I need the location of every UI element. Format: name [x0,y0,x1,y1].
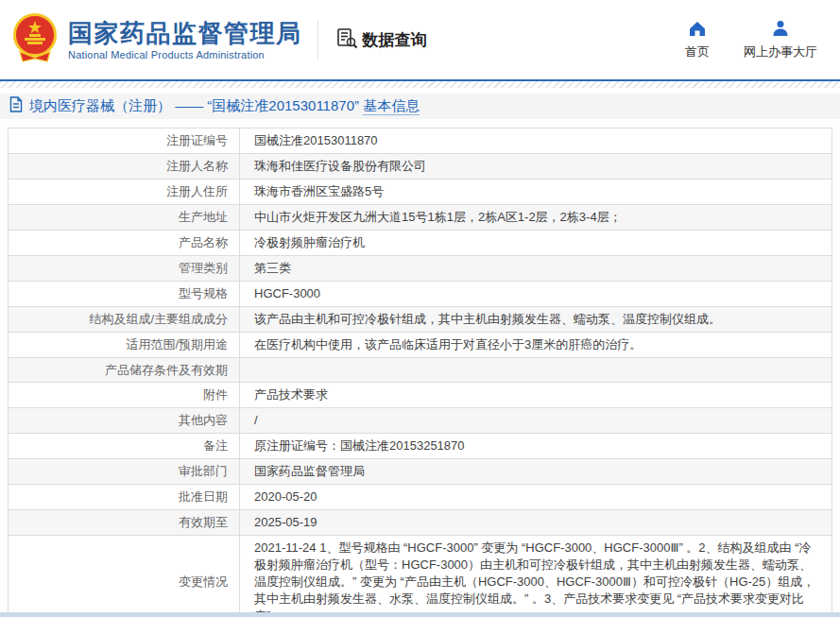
document-icon [9,96,23,116]
table-row: 生产地址中山市火炬开发区九洲大道15号1栋1层，2栋A区1-2层，2栋3-4层； [9,205,831,231]
bottom-strip [0,612,840,617]
page-header: 国家药品监督管理局 National Medical Products Admi… [0,0,840,79]
data-query-label: 数据查询 [363,29,427,51]
row-value: 2021-11-24 1、型号规格由 “HGCF-3000” 变更为 “HGCF… [240,536,831,617]
row-value: 国械注准20153011870 [240,129,831,153]
row-label: 有效期至 [9,510,240,535]
table-row: 有效期至2025-05-19 [9,510,831,536]
breadcrumb-suffix[interactable]: 基本信息 [363,97,420,115]
row-value: 冷极射频肿瘤治疗机 [240,231,831,255]
national-emblem-icon [11,12,59,67]
org-name-en: National Medical Products Administration [68,49,302,60]
data-query-section[interactable]: 数据查询 [335,26,427,54]
row-label: 备注 [9,434,240,458]
breadcrumb-text: 境内医疗器械（注册） —— “国械注准20153011870” 基本信息 [29,97,420,115]
table-row: 产品名称冷极射频肿瘤治疗机 [9,231,831,256]
header-nav: 首页 网上办事大厅 [685,20,817,60]
nav-item-service-hall[interactable]: 网上办事大厅 [744,20,817,60]
table-row: 注册人名称珠海和佳医疗设备股份有限公司 [9,154,831,180]
row-label: 附件 [9,383,240,407]
table-row: 型号规格HGCF-3000 [9,282,831,307]
row-label: 其他内容 [9,408,240,433]
person-icon [772,20,789,40]
row-label: 产品名称 [9,231,240,255]
table-row: 管理类别第三类 [9,256,831,282]
table-row: 审批部门国家药品监督管理局 [9,459,831,485]
row-value: 在医疗机构中使用，该产品临床适用于对直径小于3厘米的肝癌的治疗。 [240,333,831,357]
row-label: 型号规格 [9,282,240,306]
table-row: 注册证编号国械注准20153011870 [9,129,831,154]
row-value: 中山市火炬开发区九洲大道15号1栋1层，2栋A区1-2层，2栋3-4层； [240,205,831,230]
row-label: 注册人住所 [9,180,240,204]
nav-item-home[interactable]: 首页 [685,20,710,60]
table-row: 备注原注册证编号：国械注准20153251870 [9,434,831,459]
brand: 国家药品监督管理局 National Medical Products Admi… [11,12,302,67]
table-row: 附件产品技术要求 [9,383,831,408]
row-label: 变更情况 [9,536,240,617]
row-label: 管理类别 [9,256,240,281]
org-name-cn: 国家药品监督管理局 [68,19,302,47]
row-value [240,358,831,382]
table-row: 结构及组成/主要组成成分该产品由主机和可控冷极针组成，其中主机由射频发生器、蠕动… [9,307,831,333]
home-icon [688,20,707,40]
breadcrumb: 境内医疗器械（注册） —— “国械注准20153011870” 基本信息 [0,94,840,119]
row-label: 注册人名称 [9,154,240,179]
row-value: / [240,408,831,433]
brand-text: 国家药品监督管理局 National Medical Products Admi… [68,19,302,60]
row-value: 2025-05-19 [240,510,831,535]
row-value: 产品技术要求 [240,383,831,407]
row-value: 珠海和佳医疗设备股份有限公司 [240,154,831,179]
doc-search-icon [335,26,358,54]
row-label: 结构及组成/主要组成成分 [9,307,240,332]
row-value: 原注册证编号：国械注准20153251870 [240,434,831,458]
nav-label-service-hall: 网上办事大厅 [744,43,817,60]
row-label: 注册证编号 [9,129,240,153]
row-value: 该产品由主机和可控冷极针组成，其中主机由射频发生器、蠕动泵、温度控制仪组成。 [240,307,831,332]
table-row: 其他内容/ [9,408,831,434]
table-row: 批准日期2020-05-20 [9,485,831,510]
hatch-divider [0,81,840,88]
table-row: 注册人住所珠海市香洲区宝盛路5号 [9,180,831,205]
row-value: 第三类 [240,256,831,281]
breadcrumb-prefix: 境内医疗器械（注册） —— “国械注准20153011870” [29,97,359,113]
header-separator [317,20,318,60]
nav-label-home: 首页 [685,43,710,60]
row-label: 批准日期 [9,485,240,509]
row-label: 产品储存条件及有效期 [9,358,240,382]
row-value: HGCF-3000 [240,282,831,306]
row-value: 国家药品监督管理局 [240,459,831,484]
row-label: 适用范围/预期用途 [9,333,240,357]
row-value: 2020-05-20 [240,485,831,509]
row-label: 审批部门 [9,459,240,484]
info-table: 注册证编号国械注准20153011870注册人名称珠海和佳医疗设备股份有限公司注… [8,128,832,617]
table-row: 适用范围/预期用途在医疗机构中使用，该产品临床适用于对直径小于3厘米的肝癌的治疗… [9,333,831,358]
table-row: 产品储存条件及有效期 [9,358,831,383]
row-value: 珠海市香洲区宝盛路5号 [240,180,831,204]
table-row: 变更情况2021-11-24 1、型号规格由 “HGCF-3000” 变更为 “… [9,536,831,617]
row-label: 生产地址 [9,205,240,230]
